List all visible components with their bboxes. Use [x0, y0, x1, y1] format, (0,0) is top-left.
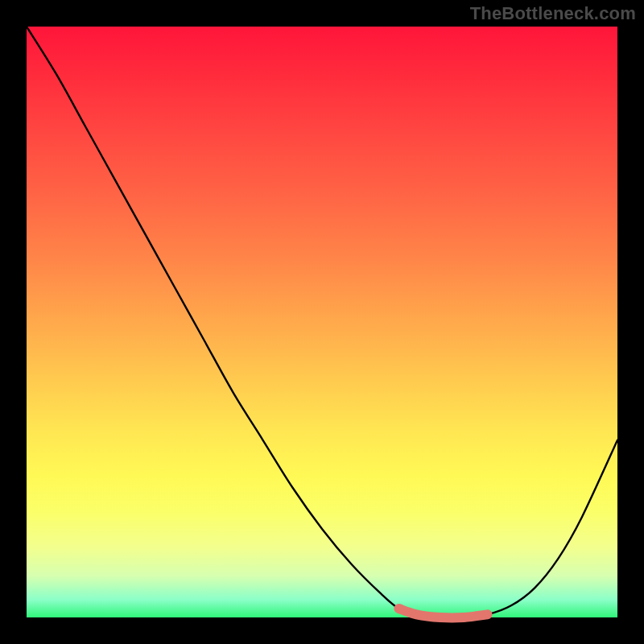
- plot-area: [27, 27, 617, 617]
- curve-svg: [27, 27, 617, 617]
- valley-emphasis: [398, 609, 487, 617]
- watermark-text: TheBottleneck.com: [470, 3, 636, 24]
- bottleneck-curve: [27, 27, 617, 617]
- chart-frame: TheBottleneck.com: [0, 0, 644, 644]
